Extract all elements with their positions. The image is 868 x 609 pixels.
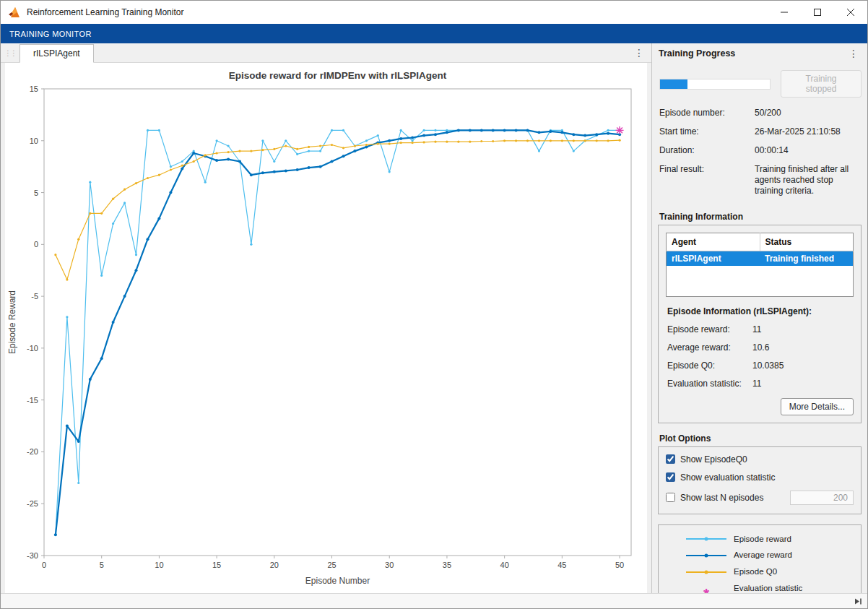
plot-options-title: Plot Options (658, 430, 862, 446)
legend-label: Episode Q0 (734, 566, 777, 577)
plot-options-section: Show EpisodeQ0 Show evaluation statistic… (658, 446, 862, 514)
svg-text:40: 40 (500, 561, 509, 569)
more-details-button[interactable]: More Details... (781, 398, 854, 415)
evaluation-statistic-asterisk-icon: * (686, 589, 726, 593)
stat-value: 10.6 (752, 342, 854, 353)
episode-q0-swatch-icon (686, 567, 726, 577)
window-controls (768, 1, 867, 24)
tab-rilspiagent[interactable]: rILSPIAgent (19, 44, 94, 63)
average-reward-swatch-icon (686, 550, 726, 561)
toolstrip-tab-training-monitor[interactable]: TRAINING MONITOR (1, 30, 100, 38)
svg-text:-10: -10 (27, 344, 38, 353)
main-content: ⋮⋮ rILSPIAgent ⋮ 05101520253035404550-30… (1, 43, 867, 593)
legend-item: Episode reward (686, 534, 856, 545)
svg-text:15: 15 (212, 561, 221, 569)
episode-reward-swatch-icon (686, 534, 726, 544)
training-progress-body: Training stopped Episode number: 50/200 … (652, 63, 867, 593)
status-cell: Training finished (760, 251, 854, 267)
legend-label: Evaluation statistic (MeanEpisodeReward) (734, 583, 819, 593)
stat-value: 11 (752, 379, 854, 389)
svg-text:-5: -5 (31, 292, 38, 301)
stat-label: Evaluation statistic: (667, 379, 752, 389)
training-progress-title: Training Progress (659, 48, 735, 59)
progress-row: Training stopped (659, 70, 862, 98)
svg-text:30: 30 (385, 561, 394, 569)
close-button[interactable] (834, 1, 867, 24)
training-progress-header: Training Progress ⋮ (652, 43, 867, 63)
svg-text:0: 0 (34, 240, 38, 249)
status-bar (1, 593, 867, 608)
episode-information-title: Episode Information (rILSPIAgent): (667, 306, 854, 316)
stat-label: Episode reward: (667, 324, 752, 334)
svg-text:5: 5 (100, 561, 104, 569)
training-stopped-button[interactable]: Training stopped (781, 70, 862, 98)
svg-text:5: 5 (34, 189, 38, 197)
option-label: Show evaluation statistic (680, 472, 775, 483)
last-n-episodes-input[interactable] (790, 491, 854, 505)
field-label: Final result: (659, 164, 755, 196)
svg-text:35: 35 (443, 561, 451, 569)
figure-area: 05101520253035404550-30-25-20-15-10-5051… (5, 63, 647, 593)
app-window: Reinforcement Learning Training Monitor … (0, 0, 868, 609)
document-tab-bar: ⋮⋮ rILSPIAgent ⋮ (1, 43, 651, 63)
column-header-status: Status (760, 233, 854, 251)
option-label: Show last N episodes (680, 493, 763, 503)
svg-text:0: 0 (42, 561, 46, 569)
svg-text:Episode reward for rIMDPEnv wi: Episode reward for rIMDPEnv with rILSPIA… (229, 70, 447, 81)
svg-text:10: 10 (30, 137, 38, 145)
svg-text:Episode Reward: Episode Reward (7, 290, 17, 354)
toolstrip: TRAINING MONITOR (1, 24, 867, 43)
svg-text:-20: -20 (27, 447, 38, 456)
document-pane: ⋮⋮ rILSPIAgent ⋮ 05101520253035404550-30… (1, 43, 652, 593)
window-title: Reinforcement Learning Training Monitor (27, 7, 183, 17)
document-options-kebab-icon[interactable]: ⋮ (627, 48, 651, 58)
svg-text:45: 45 (557, 561, 566, 569)
chart-legend: Episode reward Average reward Episode Q0… (658, 524, 862, 594)
table-header-row: Agent Status (667, 233, 854, 251)
svg-text:20: 20 (270, 561, 279, 569)
svg-text:-30: -30 (27, 551, 38, 560)
titlebar: Reinforcement Learning Training Monitor (1, 1, 867, 24)
training-progress-bar (659, 79, 771, 90)
svg-text:-15: -15 (27, 396, 38, 405)
table-empty-space (667, 266, 854, 296)
legend-item: Episode Q0 (686, 566, 856, 577)
training-progress-pane: Training Progress ⋮ Training stopped Epi… (652, 43, 867, 593)
progress-fields: Episode number: 50/200 Start time: 26-Ma… (659, 108, 862, 196)
svg-text:50: 50 (615, 561, 624, 569)
option-label: Show EpisodeQ0 (680, 454, 747, 465)
show-episodeq0-checkbox[interactable] (666, 454, 675, 464)
training-progress-kebab-icon[interactable]: ⋮ (841, 48, 866, 59)
option-row: Show evaluation statistic (666, 472, 854, 483)
tab-label: rILSPIAgent (33, 48, 80, 59)
table-row[interactable]: rILSPIAgent Training finished (667, 251, 854, 267)
agent-status-table: Agent Status rILSPIAgent Training finish… (666, 233, 854, 297)
svg-text:10: 10 (155, 561, 163, 569)
tab-grip-icon: ⋮⋮ (2, 49, 19, 57)
maximize-button[interactable] (801, 1, 834, 24)
stat-label: Episode Q0: (667, 360, 752, 371)
show-evaluation-statistic-checkbox[interactable] (666, 472, 675, 482)
field-value: 00:00:14 (755, 145, 862, 156)
legend-item: * Evaluation statistic (MeanEpisodeRewar… (686, 583, 856, 593)
stat-value: 11 (752, 324, 854, 334)
option-row: Show last N episodes (666, 491, 854, 505)
svg-text:-25: -25 (27, 499, 38, 508)
agent-cell: rILSPIAgent (667, 251, 760, 267)
stat-label: Average reward: (667, 342, 752, 353)
matlab-icon (8, 7, 21, 18)
stat-value: 10.0385 (752, 360, 854, 371)
statusbar-expand-icon[interactable] (851, 596, 865, 607)
episode-stats: Episode reward: 11 Average reward: 10.6 … (667, 324, 854, 389)
progress-fill (660, 79, 687, 89)
legend-label: Average reward (734, 550, 792, 561)
show-last-n-episodes-checkbox[interactable] (666, 493, 675, 502)
minimize-button[interactable] (768, 1, 801, 24)
column-header-agent: Agent (667, 233, 760, 251)
svg-text:25: 25 (327, 561, 336, 569)
field-label: Start time: (659, 126, 755, 137)
field-value: Training finished after all agents reach… (755, 164, 862, 196)
field-label: Duration: (659, 145, 755, 156)
reward-chart: 05101520253035404550-30-25-20-15-10-5051… (5, 63, 647, 593)
training-information-section: Agent Status rILSPIAgent Training finish… (658, 225, 862, 423)
